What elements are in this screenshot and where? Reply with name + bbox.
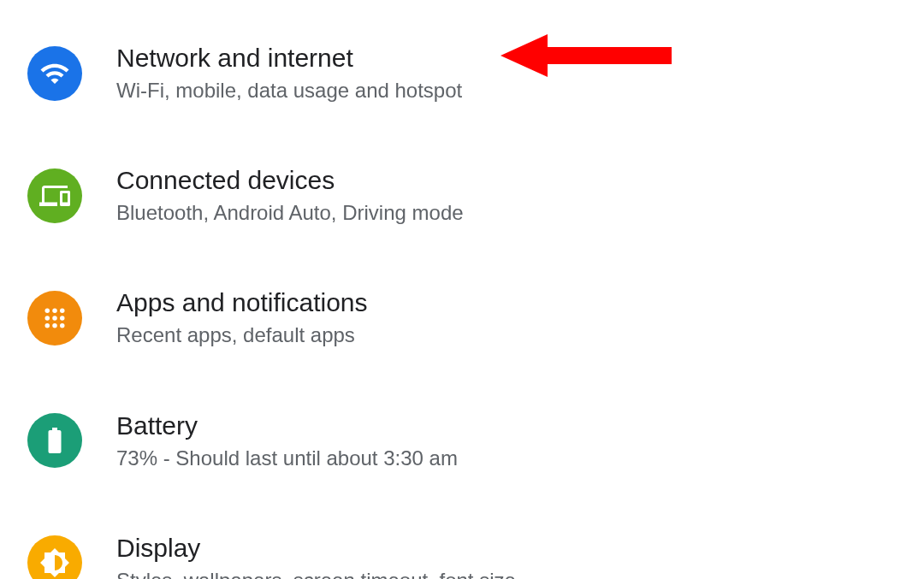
settings-item-text: Display Styles, wallpapers, screen timeo… [116, 533, 516, 579]
svg-point-2 [60, 308, 65, 313]
devices-icon [27, 168, 82, 223]
svg-point-4 [52, 316, 57, 321]
svg-point-5 [60, 316, 65, 321]
svg-point-6 [45, 323, 50, 328]
settings-item-text: Network and internet Wi-Fi, mobile, data… [116, 43, 462, 103]
wifi-icon [27, 46, 82, 101]
svg-point-8 [60, 323, 65, 328]
brightness-icon [27, 535, 82, 579]
settings-item-connected-devices[interactable]: Connected devices Bluetooth, Android Aut… [0, 148, 924, 243]
settings-item-text: Apps and notifications Recent apps, defa… [116, 287, 368, 348]
settings-list: Network and internet Wi-Fi, mobile, data… [0, 0, 924, 579]
apps-icon [27, 291, 82, 346]
settings-item-display[interactable]: Display Styles, wallpapers, screen timeo… [0, 516, 924, 579]
svg-point-3 [45, 316, 50, 321]
settings-item-subtitle: Recent apps, default apps [116, 322, 368, 348]
settings-item-text: Connected devices Bluetooth, Android Aut… [116, 165, 464, 226]
settings-item-title: Display [116, 533, 516, 564]
settings-item-apps[interactable]: Apps and notifications Recent apps, defa… [0, 270, 924, 365]
settings-item-battery[interactable]: Battery 73% - Should last until about 3:… [0, 393, 924, 488]
settings-item-title: Connected devices [116, 165, 464, 196]
settings-item-subtitle: 73% - Should last until about 3:30 am [116, 445, 458, 471]
settings-item-network[interactable]: Network and internet Wi-Fi, mobile, data… [0, 26, 924, 121]
settings-item-text: Battery 73% - Should last until about 3:… [116, 411, 458, 471]
settings-item-subtitle: Bluetooth, Android Auto, Driving mode [116, 199, 464, 226]
settings-item-title: Network and internet [116, 43, 462, 74]
settings-item-subtitle: Wi-Fi, mobile, data usage and hotspot [116, 77, 462, 103]
settings-item-title: Battery [116, 411, 458, 441]
settings-item-title: Apps and notifications [116, 287, 368, 318]
svg-point-7 [52, 323, 57, 328]
svg-point-0 [45, 308, 50, 313]
settings-item-subtitle: Styles, wallpapers, screen timeout, font… [116, 567, 516, 579]
svg-point-1 [52, 308, 57, 313]
battery-icon [27, 413, 82, 468]
